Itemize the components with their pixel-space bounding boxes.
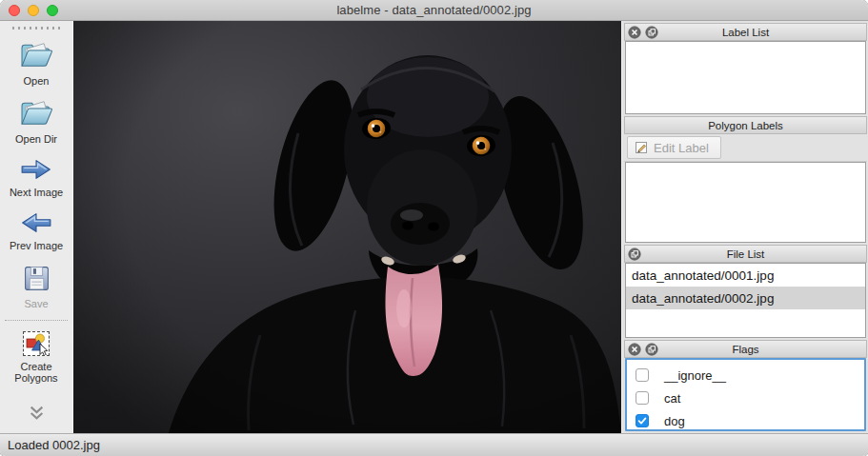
flags-list: __ignore__ cat dog	[625, 358, 866, 431]
next-image-button[interactable]: Next Image	[0, 150, 72, 204]
polygon-labels-header[interactable]: Polygon Labels	[624, 116, 867, 134]
polygon-labels-title: Polygon Labels	[708, 120, 783, 131]
toolbar-separator	[5, 320, 68, 321]
create-polygons-button[interactable]: Create Polygons	[0, 325, 72, 389]
checkbox-unchecked[interactable]	[636, 368, 649, 382]
toolbar-drag-handle[interactable]	[9, 26, 64, 30]
label-list-title: Label List	[722, 27, 769, 38]
label-list-header[interactable]: Label List	[624, 23, 867, 41]
save-button-label: Save	[24, 298, 48, 309]
toolbar-overflow-button[interactable]	[29, 406, 45, 424]
edit-label-button-label: Edit Label	[654, 141, 709, 155]
minimize-window-button[interactable]	[28, 5, 39, 16]
next-image-button-label: Next Image	[10, 187, 63, 198]
chevron-down-icon	[29, 406, 45, 423]
flag-item-cat[interactable]: cat	[627, 387, 864, 408]
open-button[interactable]: Open	[0, 34, 72, 92]
flag-label: cat	[664, 391, 680, 406]
image-canvas[interactable]	[73, 21, 621, 433]
float-icon[interactable]	[645, 343, 658, 356]
file-list-item-selected[interactable]: data_annotated/0002.jpg	[626, 287, 865, 309]
file-list: data_annotated/0001.jpg data_annotated/0…	[625, 263, 866, 338]
flags-title: Flags	[732, 344, 758, 355]
traffic-lights	[9, 0, 58, 20]
close-icon[interactable]	[628, 26, 641, 39]
label-list[interactable]	[625, 41, 866, 114]
open-folder-icon	[19, 99, 53, 129]
arrow-left-icon	[20, 210, 52, 235]
open-dir-button-label: Open Dir	[15, 133, 57, 145]
edit-label-button[interactable]: Edit Label	[627, 136, 721, 159]
file-list-title: File List	[727, 248, 765, 260]
prev-image-button[interactable]: Prev Image	[0, 204, 72, 257]
zoom-window-button[interactable]	[47, 5, 58, 16]
prev-image-button-label: Prev Image	[10, 240, 63, 251]
float-icon[interactable]	[628, 248, 641, 261]
window-title: labelme - data_annotated/0002.jpg	[336, 3, 531, 17]
status-message: Loaded 0002.jpg	[8, 438, 100, 452]
edit-icon	[634, 140, 649, 155]
float-icon[interactable]	[645, 26, 658, 39]
create-polygons-button-label: Create Polygons	[7, 361, 66, 384]
file-name: data_annotated/0002.jpg	[632, 291, 774, 306]
polygon-labels-toolbar: Edit Label	[624, 134, 867, 162]
flag-label: dog	[664, 414, 685, 428]
flag-item-dog[interactable]: dog	[627, 410, 864, 431]
polygons-icon	[23, 331, 50, 356]
checkbox-unchecked[interactable]	[636, 391, 649, 405]
dog-photo	[73, 21, 621, 433]
close-icon[interactable]	[628, 343, 641, 356]
flags-header[interactable]: Flags	[624, 340, 867, 358]
tool-bar: Open Open Dir Next Image Prev Image Save	[0, 21, 73, 433]
open-dir-button[interactable]: Open Dir	[0, 92, 72, 150]
save-button[interactable]: Save	[0, 257, 72, 315]
file-list-item[interactable]: data_annotated/0001.jpg	[626, 264, 865, 287]
open-folder-icon	[19, 41, 53, 70]
labelme-window: labelme - data_annotated/0002.jpg Open O…	[0, 0, 868, 456]
close-window-button[interactable]	[9, 5, 20, 16]
polygon-labels-list[interactable]	[625, 162, 866, 243]
title-bar: labelme - data_annotated/0002.jpg	[0, 0, 868, 21]
status-bar: Loaded 0002.jpg	[0, 433, 868, 456]
flag-label: __ignore__	[664, 368, 726, 383]
file-name: data_annotated/0001.jpg	[632, 268, 774, 283]
arrow-right-icon	[20, 157, 52, 182]
file-list-header[interactable]: File List	[624, 245, 867, 263]
dock-panels: Label List Polygon Labels Edit Label	[621, 21, 868, 433]
open-button-label: Open	[24, 75, 50, 87]
checkbox-checked[interactable]	[636, 414, 649, 427]
floppy-disk-icon	[22, 264, 51, 293]
flag-item-ignore[interactable]: __ignore__	[627, 365, 864, 386]
